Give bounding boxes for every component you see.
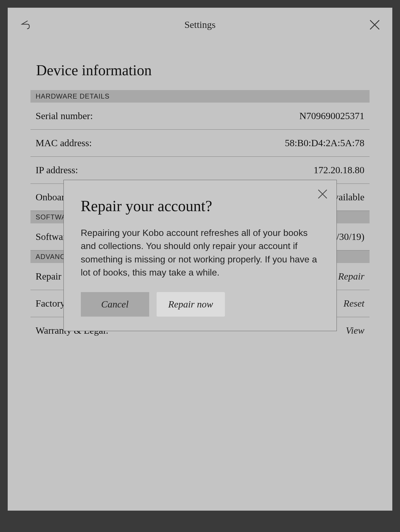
repair-now-button[interactable]: Repair now	[157, 292, 225, 317]
modal-buttons: Cancel Repair now	[81, 292, 319, 317]
cancel-button[interactable]: Cancel	[81, 292, 149, 317]
repair-account-modal: Repair your account? Repairing your Kobo…	[63, 180, 337, 331]
modal-close-icon[interactable]	[317, 189, 328, 199]
modal-body: Repairing your Kobo account refreshes al…	[81, 226, 319, 279]
modal-title: Repair your account?	[81, 197, 319, 215]
